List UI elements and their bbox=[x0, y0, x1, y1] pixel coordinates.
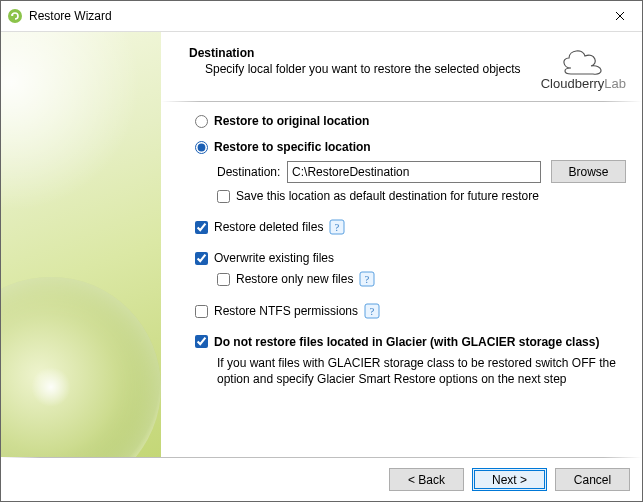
svg-text:?: ? bbox=[370, 306, 375, 317]
page-subtitle: Specify local folder you want to restore… bbox=[205, 62, 533, 78]
brand-logo: CloudberryLab bbox=[541, 46, 626, 91]
brand-suffix: Lab bbox=[604, 76, 626, 91]
cloud-icon bbox=[541, 46, 626, 76]
restore-original-radio[interactable] bbox=[195, 115, 208, 128]
glacier-note: If you want files with GLACIER storage c… bbox=[217, 355, 622, 387]
window-title: Restore Wizard bbox=[29, 9, 597, 23]
overwrite-checkbox[interactable] bbox=[195, 252, 208, 265]
svg-text:?: ? bbox=[335, 222, 340, 233]
header-separator bbox=[161, 101, 642, 102]
restore-ntfs-label[interactable]: Restore NTFS permissions bbox=[214, 304, 358, 318]
save-default-label[interactable]: Save this location as default destinatio… bbox=[236, 189, 539, 203]
cancel-button[interactable]: Cancel bbox=[555, 468, 630, 491]
restore-deleted-label[interactable]: Restore deleted files bbox=[214, 220, 323, 234]
wizard-sidebar-graphic bbox=[1, 32, 161, 457]
glacier-skip-checkbox[interactable] bbox=[195, 335, 208, 348]
destination-label: Destination: bbox=[217, 165, 280, 179]
next-button[interactable]: Next > bbox=[472, 468, 547, 491]
restore-specific-label[interactable]: Restore to specific location bbox=[214, 140, 371, 154]
help-icon[interactable]: ? bbox=[364, 303, 380, 319]
restore-wizard-window: Restore Wizard Destination Specify local… bbox=[0, 0, 643, 502]
restore-only-new-label[interactable]: Restore only new files bbox=[236, 272, 353, 286]
browse-button[interactable]: Browse bbox=[551, 160, 626, 183]
restore-original-label[interactable]: Restore to original location bbox=[214, 114, 369, 128]
page-title: Destination bbox=[189, 46, 533, 60]
help-icon[interactable]: ? bbox=[359, 271, 375, 287]
app-icon bbox=[7, 8, 23, 24]
svg-text:?: ? bbox=[365, 274, 370, 285]
close-icon bbox=[615, 11, 625, 21]
destination-input[interactable] bbox=[287, 161, 541, 183]
save-default-checkbox[interactable] bbox=[217, 190, 230, 203]
brand-name: Cloudberry bbox=[541, 76, 605, 91]
svg-point-0 bbox=[8, 9, 22, 23]
window-close-button[interactable] bbox=[597, 1, 642, 31]
glacier-skip-label[interactable]: Do not restore files located in Glacier … bbox=[214, 335, 599, 349]
restore-deleted-checkbox[interactable] bbox=[195, 221, 208, 234]
wizard-footer: < Back Next > Cancel bbox=[1, 458, 642, 501]
restore-only-new-checkbox[interactable] bbox=[217, 273, 230, 286]
titlebar: Restore Wizard bbox=[1, 1, 642, 32]
overwrite-label[interactable]: Overwrite existing files bbox=[214, 251, 334, 265]
restore-ntfs-checkbox[interactable] bbox=[195, 305, 208, 318]
back-button[interactable]: < Back bbox=[389, 468, 464, 491]
restore-specific-radio[interactable] bbox=[195, 141, 208, 154]
wizard-main-panel: Destination Specify local folder you wan… bbox=[161, 32, 642, 457]
help-icon[interactable]: ? bbox=[329, 219, 345, 235]
